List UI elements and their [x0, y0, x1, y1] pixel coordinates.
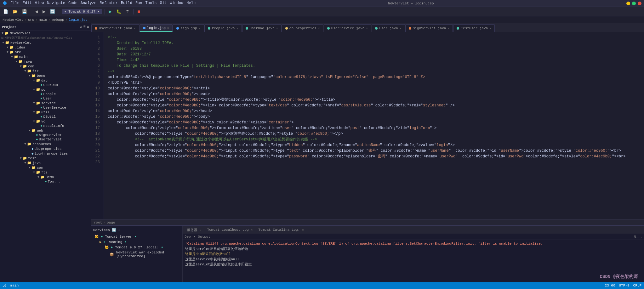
menu-window[interactable]: Window: [170, 1, 183, 6]
menu-view[interactable]: View: [35, 1, 44, 6]
sidebar-collapse-icon[interactable]: ≡: [83, 25, 86, 29]
sidebar-gear-icon[interactable]: ⚙: [87, 25, 89, 29]
tab-close-button[interactable]: ✕: [167, 26, 169, 30]
log-tab[interactable]: Tomcat Localhost Log ✕: [205, 227, 255, 232]
coverage-button[interactable]: ☂: [124, 8, 131, 14]
tree-item[interactable]: ▼ 📁 java: [0, 59, 91, 64]
tab-close-button[interactable]: ✕: [400, 26, 402, 30]
tomcat-config-badge[interactable]: ✦ Tomcat 9.0.27 ▾: [62, 9, 102, 14]
editor-tab[interactable]: UserServlet.java ✕: [91, 24, 139, 32]
tab-close-button[interactable]: ✕: [318, 26, 320, 30]
tree-item[interactable]: ▼ 📁 po: [0, 87, 91, 92]
editor-breadcrumb-1[interactable]: root: [94, 221, 102, 224]
maximize-button[interactable]: [632, 2, 636, 5]
menu-refactor[interactable]: Refactor: [100, 1, 118, 6]
tree-item[interactable]: ▼ 📁 com: [0, 165, 91, 170]
tree-item[interactable]: ▼ 📁 java: [0, 161, 91, 165]
editor-breadcrumb-2[interactable]: page: [107, 221, 115, 224]
editor-tab[interactable]: TestUser.java ✕: [453, 24, 495, 32]
menu-run[interactable]: Run: [135, 1, 142, 6]
tree-item[interactable]: ● UserService: [0, 105, 91, 110]
log-tab-close[interactable]: ✕: [251, 228, 253, 232]
tree-item[interactable]: ● UserDao: [0, 83, 91, 87]
breadcrumb-5[interactable]: login.jsp: [69, 18, 87, 22]
open-button[interactable]: 📂: [11, 8, 19, 14]
menu-analyze[interactable]: Analyze: [81, 1, 96, 6]
tree-item[interactable]: ◆ db.properties: [0, 146, 91, 151]
encoding-indicator[interactable]: UTF-8: [619, 284, 630, 287]
tree-item[interactable]: ◆ log4j.properties: [0, 151, 91, 156]
log-tab[interactable]: Tomcat Catalina Log. ✕: [256, 227, 306, 232]
tree-item[interactable]: ▼ 📁 vo: [0, 119, 91, 124]
tree-item[interactable]: ▼ 📁 resources: [0, 142, 91, 146]
tree-item[interactable]: ● Tom...: [0, 179, 91, 184]
tab-close-button[interactable]: ✕: [134, 26, 136, 30]
tab-close-button[interactable]: ✕: [366, 26, 368, 30]
service-tree-item[interactable]: 📦 NewServlet:war exploded [Synchronized]: [93, 250, 180, 259]
tree-item[interactable]: ● ResultInfo: [0, 124, 91, 128]
services-refresh-icon[interactable]: 🔄: [112, 228, 116, 232]
tree-item[interactable]: ● DBUtil: [0, 115, 91, 119]
tree-item[interactable]: ▼ 📁 util: [0, 110, 91, 115]
tab-close-button[interactable]: ✕: [199, 26, 201, 30]
tree-item[interactable]: ▼ 📁 service: [0, 101, 91, 105]
log-filter-icon[interactable]: N...: [634, 235, 642, 239]
line-ending-indicator[interactable]: CRLF: [633, 284, 641, 287]
log-tab-close[interactable]: ✕: [200, 229, 202, 232]
tree-item[interactable]: ● People: [0, 92, 91, 96]
log-col-toggle[interactable]: ▾: [193, 235, 196, 239]
menu-tools[interactable]: Tools: [145, 1, 157, 6]
editor-tab[interactable]: UserService.java ✕: [324, 24, 372, 32]
save-button[interactable]: 💾: [21, 8, 28, 14]
menu-navigate[interactable]: Navigate: [47, 1, 65, 6]
tree-item[interactable]: ▼ 📁 ftz: [0, 69, 91, 73]
tree-item[interactable]: ▼ 📁 com: [0, 64, 91, 69]
tree-item[interactable]: ● SignServlet: [0, 133, 91, 137]
tree-item[interactable]: ▼ 📁 main: [0, 54, 91, 59]
tab-close-button[interactable]: ✕: [276, 26, 278, 30]
tree-item[interactable]: ▼ 📁 ftz: [0, 170, 91, 175]
editor-tab[interactable]: SignServlet.java ✕: [405, 24, 453, 32]
breadcrumb-2[interactable]: src: [28, 18, 34, 22]
tree-root[interactable]: ▼ 📁 NewServlet: [0, 31, 91, 36]
tree-item[interactable]: ▼ 📁 Demo: [0, 73, 91, 78]
run-config-button[interactable]: ▶: [107, 8, 113, 14]
tree-item[interactable]: ● UserServlet: [0, 137, 91, 142]
sidebar-add-icon[interactable]: ⊕: [80, 25, 82, 29]
tree-item[interactable]: ▼ 📁 test: [0, 156, 91, 161]
menu-git[interactable]: Git: [160, 1, 167, 6]
tab-close-button[interactable]: ✕: [237, 26, 238, 30]
code-content[interactable]: <!-- Created by IntelliJ IDEA. User: 861…: [104, 32, 644, 219]
stop-button[interactable]: ■: [136, 8, 142, 15]
tree-item[interactable]: ▼ 📁 src: [0, 50, 91, 54]
menu-code[interactable]: Code: [68, 1, 77, 6]
log-tab[interactable]: 服务器 ✕: [185, 227, 204, 233]
editor-tab[interactable]: db.properties ✕: [282, 24, 323, 32]
menu-help[interactable]: Help: [186, 1, 196, 6]
services-add-icon[interactable]: +: [118, 228, 120, 232]
new-file-button[interactable]: 📄: [2, 8, 9, 14]
forward-button[interactable]: ▶: [41, 8, 47, 14]
log-tab-close[interactable]: ✕: [302, 228, 304, 232]
debug-button[interactable]: 🐛: [115, 8, 123, 14]
tab-close-button[interactable]: ✕: [489, 26, 491, 30]
editor-tab[interactable]: login.jsp ✕: [140, 24, 173, 32]
tab-close-button[interactable]: ✕: [447, 26, 449, 30]
code-editor[interactable]: 1234567891011121314151617181920212223 <!…: [91, 32, 644, 219]
git-branch-label[interactable]: main: [10, 284, 19, 287]
tree-item[interactable]: ▼ 📁 NewServlet: [0, 40, 91, 45]
tree-item[interactable]: ▼ 📁 .idea: [0, 45, 91, 50]
tree-item[interactable]: ▼ 📁 Demo: [0, 175, 91, 179]
breadcrumb-4[interactable]: webapp: [52, 18, 64, 22]
editor-tab[interactable]: People.java ✕: [204, 24, 242, 32]
back-button[interactable]: ◀: [34, 8, 39, 14]
line-col-indicator[interactable]: 23:60: [605, 284, 615, 287]
breadcrumb-1[interactable]: NewServlet: [3, 18, 23, 22]
editor-tab[interactable]: User.java ✕: [372, 24, 405, 32]
service-tree-item[interactable]: ▶ ▶ Running ●: [93, 239, 180, 245]
tree-item[interactable]: ● User: [0, 96, 91, 101]
editor-tab[interactable]: sign.jsp ✕: [173, 24, 204, 32]
service-tree-item[interactable]: 🐱 ▶ Tomcat Server ●: [93, 234, 180, 239]
menu-edit[interactable]: Edit: [23, 1, 32, 6]
menu-file[interactable]: File: [10, 1, 20, 6]
